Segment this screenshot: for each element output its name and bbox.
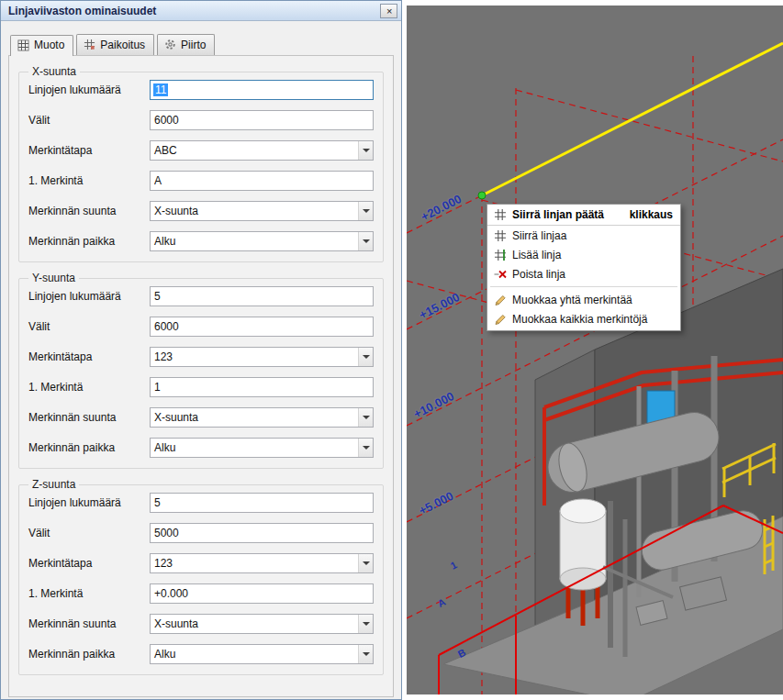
tab-label: Muoto (34, 39, 64, 51)
menu-item-edit-all-labels[interactable]: Muokkaa kaikkia merkintöjä (487, 309, 680, 328)
field-label: Merkinnän paikka (28, 648, 150, 661)
x-line-count-input[interactable]: 11 (150, 80, 374, 100)
dialog-titlebar[interactable]: Linjaviivaston ominaisuudet × (1, 1, 401, 21)
menu-separator (490, 286, 677, 287)
field-label: Merkinnän paikka (28, 441, 150, 454)
select-value: 123 (154, 350, 358, 363)
section-title: X-suunta (28, 65, 80, 78)
chevron-down-icon (358, 408, 373, 427)
tab-paikoitus[interactable]: Paikoitus (76, 34, 154, 55)
menu-item-move-line[interactable]: Siirrä linjaa (487, 226, 680, 245)
field-label: 1. Merkintä (28, 381, 150, 394)
field-label: Merkinnän paikka (28, 235, 150, 248)
pencil-icon (491, 294, 509, 306)
chevron-down-icon (358, 141, 373, 160)
line-end-handle[interactable] (478, 192, 486, 199)
menu-item-add-line[interactable]: Lisää linja (487, 245, 680, 264)
context-menu-shortcut: klikkaus (630, 208, 673, 221)
menu-item-label: Muokkaa yhtä merkintää (512, 294, 632, 306)
tab-piirto[interactable]: Piirto (157, 34, 215, 55)
y-spacing-input[interactable] (150, 317, 374, 337)
grid-icon (17, 39, 29, 51)
select-value: 123 (154, 557, 358, 570)
section-x-suunta: X-suunta Linjojen lukumäärä 11 Välit Mer… (18, 65, 384, 262)
chevron-down-icon (358, 645, 373, 663)
menu-item-delete-line[interactable]: Poista linja (487, 264, 680, 283)
menu-item-label: Siirrä linjaa (512, 229, 566, 242)
z-label-type-select[interactable]: 123 (150, 553, 374, 573)
field-label: 1. Merkintä (28, 587, 150, 600)
tab-strip: Muoto Paikoitus Piirto (1, 21, 401, 55)
selected-grid-line[interactable] (482, 43, 783, 195)
grid-move-icon (491, 229, 509, 242)
z-label-direction-select[interactable]: X-suunta (150, 614, 374, 634)
y-line-count-input[interactable] (150, 286, 374, 306)
tab-muoto[interactable]: Muoto (10, 35, 73, 56)
menu-item-label: Lisää linja (512, 249, 561, 261)
select-value: X-suunta (154, 411, 358, 424)
field-label: Linjojen lukumäärä (28, 290, 150, 303)
select-value: X-suunta (154, 205, 358, 217)
field-label: Välit (28, 114, 150, 127)
plant-model[interactable] (443, 269, 783, 694)
chevron-down-icon (358, 615, 373, 633)
select-value: X-suunta (154, 617, 358, 630)
menu-item-label: Poista linja (512, 268, 565, 281)
z-line-count-input[interactable] (150, 493, 374, 513)
field-label: Merkintätapa (28, 350, 150, 363)
grid-context-menu: Siirrä linjan päätä klikkaus Siirrä linj… (487, 204, 681, 331)
section-y-suunta: Y-suunta Linjojen lukumäärä Välit Merkin… (18, 272, 384, 469)
tab-label: Paikoitus (100, 39, 145, 51)
z-first-label-input[interactable] (150, 583, 374, 604)
field-label: Merkinnän suunta (28, 617, 150, 630)
chevron-down-icon (358, 439, 373, 457)
grid-move-icon (491, 208, 509, 221)
y-label-type-select[interactable]: 123 (150, 347, 374, 367)
field-label: Välit (28, 320, 150, 333)
field-label: Merkinnän suunta (28, 205, 150, 217)
field-label: Välit (28, 527, 150, 539)
field-label: Linjojen lukumäärä (28, 496, 150, 509)
tab-panel-muoto: X-suunta Linjojen lukumäärä 11 Välit Mer… (8, 55, 394, 697)
gear-icon (164, 39, 176, 50)
select-value: Alku (154, 235, 358, 248)
field-label: 1. Merkintä (28, 174, 150, 187)
z-label-position-select[interactable]: Alku (150, 644, 374, 664)
chevron-down-icon (358, 554, 373, 572)
grid-properties-dialog: Linjaviivaston ominaisuudet × Muoto Paik… (0, 0, 402, 700)
section-title: Y-suunta (28, 272, 79, 284)
section-title: Z-suunta (28, 478, 79, 491)
y-label-position-select[interactable]: Alku (150, 438, 374, 458)
model-canvas[interactable] (407, 6, 783, 694)
field-label: Merkinnän suunta (28, 411, 150, 424)
dialog-title: Linjaviivaston ominaisuudet (8, 5, 380, 17)
context-menu-title: Siirrä linjan päätä (512, 208, 604, 221)
x-label-position-select[interactable]: Alku (150, 231, 374, 251)
x-first-label-input[interactable] (150, 171, 374, 191)
x-spacing-input[interactable] (150, 110, 374, 130)
pencil-icon (491, 313, 509, 326)
close-button[interactable]: × (380, 4, 397, 18)
x-label-type-select[interactable]: ABC (150, 140, 374, 161)
grid-add-icon (491, 249, 509, 261)
section-z-suunta: Z-suunta Linjojen lukumäärä Välit Merkin… (18, 478, 384, 675)
placement-icon (84, 39, 95, 50)
field-label: Merkintätapa (28, 144, 150, 157)
menu-item-edit-one-label[interactable]: Muokkaa yhtä merkintää (487, 290, 680, 309)
chevron-down-icon (358, 202, 373, 220)
chevron-down-icon (358, 348, 373, 366)
y-label-direction-select[interactable]: X-suunta (150, 407, 374, 428)
chevron-down-icon (358, 232, 373, 250)
field-label: Merkintätapa (28, 557, 150, 570)
select-value: Alku (154, 441, 358, 454)
select-value: Alku (154, 648, 358, 661)
tab-label: Piirto (181, 39, 206, 51)
z-spacing-input[interactable] (150, 523, 374, 543)
y-first-label-input[interactable] (150, 377, 374, 397)
field-label: Linjojen lukumäärä (28, 83, 150, 96)
x-label-direction-select[interactable]: X-suunta (150, 201, 374, 221)
select-value: ABC (154, 144, 358, 157)
context-menu-header: Siirrä linjan päätä klikkaus (487, 205, 680, 226)
selected-text: 11 (153, 83, 168, 96)
model-viewport[interactable]: +20.000 +15.000 +10.000 +5.000 1 A B Sii… (407, 6, 783, 694)
